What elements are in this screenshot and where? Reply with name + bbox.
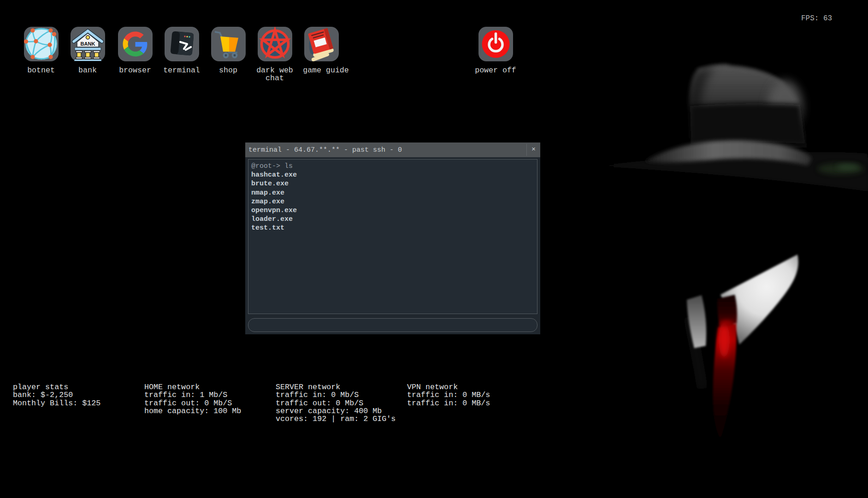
- svg-text:BANK: BANK: [81, 41, 95, 47]
